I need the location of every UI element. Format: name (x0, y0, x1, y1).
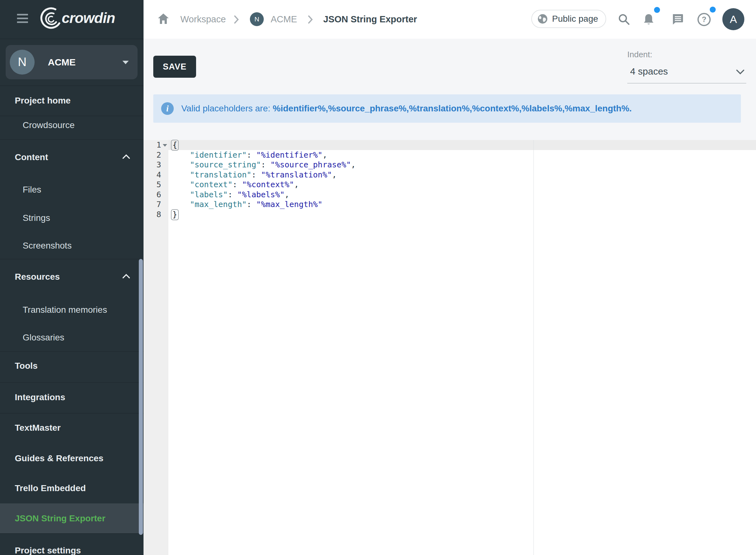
menu-toggle-icon[interactable] (17, 14, 28, 25)
sidebar-item-files[interactable]: Files (23, 185, 41, 195)
content-header-area (143, 39, 756, 140)
code-text: "translation": "%translation%", (171, 170, 337, 180)
crowdin-logo-text[interactable]: crowdin (62, 9, 115, 27)
code-text: "context": "%context%", (171, 180, 299, 190)
sidebar-divider (0, 116, 143, 116)
chevron-down-icon (736, 69, 745, 77)
banner-placeholder: %translation%, (409, 103, 472, 114)
code-line-3[interactable]: 3 "source_string": "%source_phrase%", (143, 160, 756, 170)
token-punct: : (228, 190, 237, 199)
sidebar-divider (0, 533, 143, 533)
breadcrumb-workspace[interactable]: Workspace (180, 0, 226, 39)
code-text: "source_string": "%source_phrase%", (171, 160, 355, 170)
sidebar-item-content[interactable]: Content (15, 152, 48, 162)
line-number: 3 (143, 160, 161, 170)
token-punct: : (247, 200, 256, 209)
sidebar-item-screenshots[interactable]: Screenshots (23, 241, 72, 251)
banner-text: Valid placeholders are: %identifier%, %s… (181, 94, 632, 123)
code-line-2[interactable]: 2 "identifier": "%identifier%", (143, 150, 756, 160)
notifications-badge (654, 7, 660, 13)
sidebar-item-resources[interactable]: Resources (15, 272, 60, 282)
help-badge (710, 7, 716, 12)
crowdin-logo-icon[interactable] (38, 7, 61, 32)
token-punct (171, 180, 190, 189)
token-value: "%source_phrase%" (270, 160, 351, 169)
chevron-up-icon[interactable] (122, 274, 130, 280)
sidebar-item-project-settings[interactable]: Project settings (15, 546, 81, 555)
sidebar-item-project-home[interactable]: Project home (15, 96, 71, 106)
breadcrumb-project-avatar[interactable]: N (250, 12, 264, 26)
code-line-8[interactable]: 8} (143, 210, 756, 220)
project-switcher[interactable]: N ACME (6, 45, 137, 79)
fold-arrow-icon[interactable] (163, 144, 167, 146)
sidebar-item-json-string-exporter[interactable]: JSON String Exporter (15, 513, 106, 523)
indent-label: Indent: (627, 50, 653, 59)
sidebar-item-tools[interactable]: Tools (15, 361, 38, 371)
line-number: 7 (143, 200, 161, 210)
code-line-7[interactable]: 7 "max_length": "%max_length%" (143, 200, 756, 210)
sidebar-item-integrations[interactable]: Integrations (15, 392, 65, 402)
svg-text:?: ? (702, 15, 707, 24)
editor-code-rows: 1{2 "identifier": "%identifier%",3 "sour… (143, 140, 756, 219)
chevron-right-icon (234, 15, 239, 25)
messages-icon[interactable] (670, 0, 685, 39)
search-icon[interactable] (618, 0, 631, 39)
token-key: "source_string" (190, 160, 261, 169)
token-value: "%identifier%" (256, 151, 323, 160)
code-text: "labels": "%labels%", (171, 190, 289, 200)
breadcrumb-project[interactable]: ACME (271, 0, 297, 39)
token-punct (171, 190, 190, 199)
breadcrumb-page-title: JSON String Exporter (323, 0, 417, 39)
code-editor[interactable]: 1{2 "identifier": "%identifier%",3 "sour… (143, 140, 756, 555)
chevron-up-icon[interactable] (122, 154, 130, 161)
sidebar-item-guides-references[interactable]: Guides & References (15, 454, 103, 463)
code-line-4[interactable]: 4 "translation": "%translation%", (143, 170, 756, 180)
banner-placeholder: %source_phrase%, (328, 103, 409, 114)
token-punct (171, 200, 190, 209)
code-text: "max_length": "%max_length%" (171, 200, 323, 210)
code-line-5[interactable]: 5 "context": "%context%", (143, 180, 756, 190)
sidebar-divider (0, 413, 143, 414)
token-punct: : (233, 180, 242, 189)
token-punct (171, 160, 190, 169)
user-avatar[interactable]: A (722, 8, 744, 30)
home-icon[interactable] (157, 12, 170, 27)
line-number: 8 (143, 210, 161, 220)
public-page-button[interactable]: Public page (531, 10, 606, 28)
sidebar-item-textmaster[interactable]: TextMaster (15, 423, 61, 433)
sidebar-item-glossaries[interactable]: Glossaries (23, 333, 64, 343)
token-value: "%labels%" (237, 190, 285, 199)
token-brace: } (171, 209, 179, 220)
token-brace: { (171, 140, 179, 151)
token-punct: , (285, 190, 289, 199)
sidebar-item-translation-memories[interactable]: Translation memories (23, 305, 107, 315)
placeholders-info-banner: i Valid placeholders are: %identifier%, … (153, 94, 741, 123)
token-punct: , (294, 180, 299, 189)
indent-select[interactable]: 4 spaces (627, 65, 746, 83)
save-button[interactable]: SAVE (153, 56, 196, 78)
help-icon[interactable]: ? (697, 0, 711, 39)
line-number: 5 (143, 180, 161, 190)
sidebar-scrollbar[interactable] (139, 259, 143, 535)
token-punct: : (251, 170, 261, 179)
notifications-bell-icon[interactable] (641, 0, 656, 39)
project-avatar: N (10, 50, 35, 75)
code-line-1[interactable]: 1{ (143, 140, 756, 150)
token-punct (171, 151, 190, 160)
token-punct: , (332, 170, 337, 179)
code-line-6[interactable]: 6 "labels": "%labels%", (143, 190, 756, 200)
app-root: crowdin N ACME Project homeCrowdsourceCo… (0, 0, 756, 555)
sidebar-item-trello-embedded[interactable]: Trello Embedded (15, 483, 86, 493)
token-key: "translation" (190, 170, 251, 179)
sidebar-item-strings[interactable]: Strings (23, 213, 50, 223)
sidebar-item-crowdsource[interactable]: Crowdsource (23, 120, 75, 130)
sidebar-divider (0, 139, 143, 140)
token-key: "identifier" (190, 151, 247, 160)
token-key: "max_length" (190, 200, 247, 209)
line-number: 6 (143, 190, 161, 200)
banner-placeholder: %max_length%. (564, 103, 632, 114)
public-page-label: Public page (552, 14, 598, 24)
sidebar-divider (0, 351, 143, 352)
chevron-right-icon (308, 15, 313, 25)
token-value: "%translation%" (261, 170, 332, 179)
